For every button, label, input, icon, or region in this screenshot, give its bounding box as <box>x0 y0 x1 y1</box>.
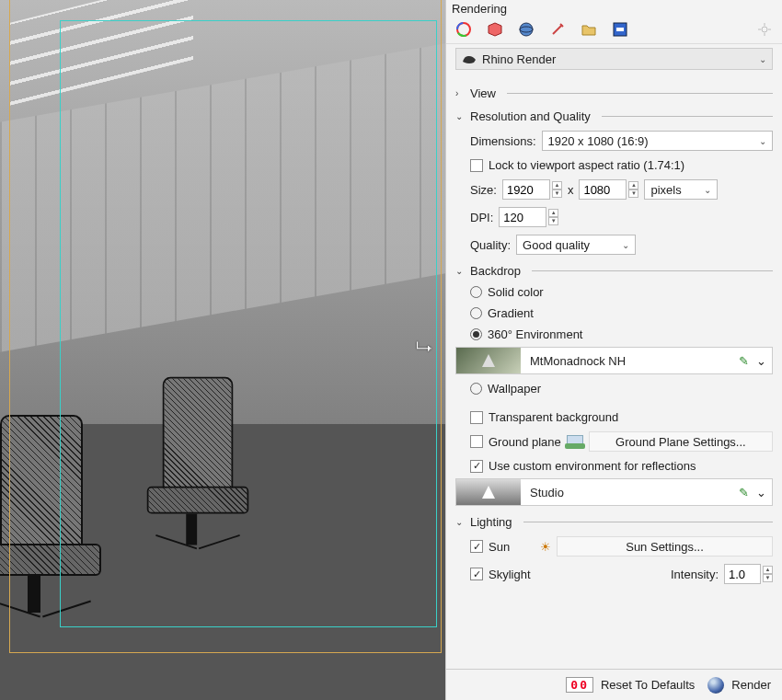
section-resq-header[interactable]: ⌄ Resolution and Quality <box>455 109 773 123</box>
chevron-down-icon: ⌄ <box>455 111 465 121</box>
panel-title: Rendering <box>446 0 782 16</box>
chevron-down-icon[interactable]: ⌄ <box>756 354 766 368</box>
ground-plane-icon <box>567 435 583 448</box>
renderer-name: Rhino Render <box>482 52 556 66</box>
section-title: Backdrop <box>470 264 521 278</box>
libraries-tab-icon[interactable] <box>581 21 597 38</box>
textures-tab-icon[interactable] <box>549 21 566 38</box>
quality-value: Good quality <box>523 238 590 252</box>
section-title: Resolution and Quality <box>470 109 591 123</box>
ground-plane-label: Ground plane <box>489 435 561 449</box>
sun-checkbox[interactable]: ✓ <box>470 540 483 553</box>
ground-plane-checkbox[interactable] <box>470 435 483 448</box>
cursor-icon: ⮡ <box>416 340 432 360</box>
section-title: Lighting <box>470 515 512 529</box>
height-spinner[interactable]: ▲▼ <box>628 181 638 198</box>
sun-label: Sun <box>489 540 535 554</box>
environment-thumb-icon <box>456 348 521 373</box>
section-title: View <box>470 86 496 100</box>
dimensions-value: 1920 x 1080 (16:9) <box>548 134 649 148</box>
size-label: Size: <box>470 183 497 197</box>
lock-aspect-label: Lock to viewport aspect ratio (1.74:1) <box>489 158 684 172</box>
intensity-input[interactable] <box>724 564 761 584</box>
panel-toolstrip <box>446 16 782 44</box>
chevron-down-icon: ⌄ <box>455 517 465 527</box>
ground-plane-settings-button[interactable]: Ground Plane Settings... <box>589 431 773 452</box>
backdrop-gradient-radio[interactable] <box>470 307 482 319</box>
reset-defaults-button[interactable]: 00 Reset To Defaults <box>566 677 695 693</box>
ground-tab-icon[interactable] <box>612 21 628 38</box>
skylight-label: Skylight <box>489 568 665 581</box>
renderer-select[interactable]: Rhino Render ⌄ <box>455 48 773 70</box>
chevron-right-icon: › <box>455 88 465 98</box>
sun-icon: ☀ <box>540 540 551 554</box>
reflection-env-name: Studio <box>530 486 731 499</box>
transparent-bg-checkbox[interactable] <box>470 411 483 424</box>
dpi-label: DPI: <box>470 211 493 224</box>
custom-refl-checkbox[interactable]: ✓ <box>470 460 483 473</box>
dpi-spinner[interactable]: ▲▼ <box>548 209 558 225</box>
chevron-down-icon: ⌄ <box>759 54 766 64</box>
backdrop-wallpaper-radio[interactable] <box>470 383 482 395</box>
edit-pencil-icon[interactable]: ✎ <box>739 354 749 368</box>
chevron-down-icon: ⌄ <box>455 266 465 276</box>
height-input[interactable] <box>579 179 627 200</box>
reflection-thumb-icon <box>456 479 521 505</box>
lock-aspect-checkbox[interactable] <box>470 159 483 172</box>
dpi-input[interactable] <box>499 207 546 227</box>
chevron-down-icon: ⌄ <box>704 185 711 195</box>
units-select[interactable]: pixels ⌄ <box>644 179 718 200</box>
section-view-header[interactable]: › View <box>455 86 773 100</box>
backdrop-solid-label: Solid color <box>488 285 544 299</box>
digits-icon: 00 <box>566 677 593 693</box>
backdrop-wallpaper-label: Wallpaper <box>488 382 541 396</box>
width-input[interactable] <box>502 179 550 200</box>
environment-slot[interactable]: MtMonadnock NH ✎ ⌄ <box>455 347 773 374</box>
dimensions-label: Dimensions: <box>470 134 536 148</box>
environments-tab-icon[interactable] <box>518 21 535 38</box>
render-label: Render <box>731 678 771 692</box>
backdrop-solid-radio[interactable] <box>470 286 482 298</box>
width-spinner[interactable]: ▲▼ <box>552 181 562 198</box>
rendering-panel: Rendering Rhino Render ⌄ › View ⌄ <box>445 0 782 700</box>
svg-rect-6 <box>616 28 624 31</box>
custom-refl-label: Use custom environment for reflections <box>489 459 696 473</box>
backdrop-env-label: 360° Environment <box>488 327 582 341</box>
backdrop-gradient-label: Gradient <box>488 306 534 320</box>
panel-options-icon[interactable] <box>756 21 773 38</box>
rhino-icon <box>462 52 477 65</box>
reset-defaults-label: Reset To Defaults <box>601 678 695 692</box>
render-sphere-icon <box>707 677 724 694</box>
by-label: x <box>568 183 574 197</box>
materials-tab-icon[interactable] <box>487 21 503 38</box>
chevron-down-icon[interactable]: ⌄ <box>756 486 766 499</box>
transparent-bg-label: Transparent background <box>489 410 618 424</box>
skylight-checkbox[interactable]: ✓ <box>470 568 483 580</box>
chevron-down-icon: ⌄ <box>759 136 766 146</box>
safe-frame <box>60 20 437 627</box>
render-button[interactable]: Render <box>707 677 771 694</box>
section-backdrop-header[interactable]: ⌄ Backdrop <box>455 264 773 278</box>
section-lighting-header[interactable]: ⌄ Lighting <box>455 515 773 529</box>
svg-point-7 <box>762 27 767 32</box>
edit-pencil-icon[interactable]: ✎ <box>739 486 749 499</box>
intensity-label: Intensity: <box>671 568 719 581</box>
backdrop-env-radio[interactable] <box>470 328 482 340</box>
intensity-spinner[interactable]: ▲▼ <box>763 566 773 582</box>
rendering-tab-icon[interactable] <box>455 21 472 38</box>
sun-settings-button[interactable]: Sun Settings... <box>557 536 773 557</box>
quality-select[interactable]: Good quality ⌄ <box>516 235 636 255</box>
environment-name: MtMonadnock NH <box>530 354 731 368</box>
svg-point-3 <box>520 23 533 36</box>
panel-footer: 00 Reset To Defaults Render <box>446 669 782 700</box>
dimensions-select[interactable]: 1920 x 1080 (16:9) ⌄ <box>542 131 773 151</box>
viewport-3d[interactable]: ⮡ <box>0 0 445 700</box>
units-value: pixels <box>650 183 681 197</box>
reflection-env-slot[interactable]: Studio ✎ ⌄ <box>455 478 773 506</box>
chevron-down-icon: ⌄ <box>622 240 629 250</box>
quality-label: Quality: <box>470 238 511 252</box>
